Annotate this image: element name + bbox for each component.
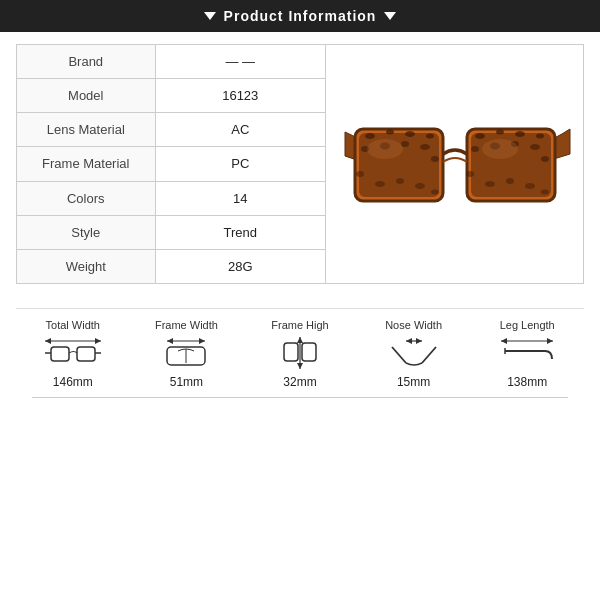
svg-point-16 [415, 183, 425, 189]
frame-high-label: Frame High [271, 319, 328, 331]
measure-leg-length: Leg Length 138mm [487, 319, 567, 389]
svg-marker-56 [547, 338, 553, 344]
table-row: Weight28G [17, 249, 326, 283]
svg-rect-50 [302, 343, 316, 361]
product-info-header: Product Information [0, 0, 600, 32]
table-row: Frame MaterialPC [17, 147, 326, 181]
table-row: Colors14 [17, 181, 326, 215]
measure-frame-high: Frame High 32mm [260, 319, 340, 389]
table-cell-value: — — [155, 45, 325, 79]
table-cell-label: Colors [17, 181, 156, 215]
triangle-left-icon [204, 12, 216, 20]
measure-total-width: Total Width 146mm [33, 319, 113, 389]
svg-point-5 [386, 130, 394, 135]
table-row: StyleTrend [17, 215, 326, 249]
svg-rect-37 [51, 347, 69, 361]
table-cell-label: Brand [17, 45, 156, 79]
table-cell-value: 28G [155, 249, 325, 283]
svg-marker-43 [199, 338, 205, 344]
frame-width-label: Frame Width [155, 319, 218, 331]
page-wrapper: Product Information Brand— —Model16123Le… [0, 0, 600, 600]
svg-point-21 [536, 134, 544, 139]
table-row: Lens MaterialAC [17, 113, 326, 147]
svg-marker-35 [45, 338, 51, 344]
svg-marker-42 [167, 338, 173, 344]
measure-frame-width: Frame Width 51mm [146, 319, 226, 389]
total-width-icon [43, 335, 103, 371]
svg-rect-1 [359, 133, 439, 197]
table-row: Brand— — [17, 45, 326, 79]
svg-point-22 [471, 146, 479, 152]
main-content: Brand— —Model16123Lens MaterialACFrame M… [0, 32, 600, 600]
svg-marker-36 [95, 338, 101, 344]
table-cell-value: Trend [155, 215, 325, 249]
svg-point-19 [496, 130, 504, 135]
table-cell-value: 14 [155, 181, 325, 215]
table-cell-label: Model [17, 79, 156, 113]
leg-length-value: 138mm [507, 375, 547, 389]
leg-length-label: Leg Length [500, 319, 555, 331]
svg-point-15 [396, 178, 404, 184]
bottom-border [32, 397, 568, 398]
svg-point-33 [482, 139, 518, 159]
product-image-container [326, 44, 584, 284]
frame-width-value: 51mm [170, 375, 203, 389]
product-image [335, 74, 575, 254]
frame-high-icon [270, 335, 330, 371]
nose-width-label: Nose Width [385, 319, 442, 331]
svg-point-30 [525, 183, 535, 189]
svg-point-12 [431, 156, 439, 162]
svg-marker-48 [297, 363, 303, 369]
svg-point-14 [375, 181, 385, 187]
table-cell-value: AC [155, 113, 325, 147]
svg-point-11 [420, 144, 430, 150]
nose-width-value: 15mm [397, 375, 430, 389]
total-width-value: 146mm [53, 375, 93, 389]
svg-rect-38 [77, 347, 95, 361]
svg-point-25 [530, 144, 540, 150]
measurements-section: Total Width 146mm Frame Width [16, 308, 584, 397]
svg-point-18 [475, 133, 485, 139]
svg-point-31 [541, 190, 549, 195]
triangle-right-icon [384, 12, 396, 20]
total-width-label: Total Width [46, 319, 100, 331]
svg-point-6 [405, 131, 415, 137]
product-info-table: Brand— —Model16123Lens MaterialACFrame M… [16, 44, 326, 284]
svg-marker-47 [297, 337, 303, 343]
table-cell-value: PC [155, 147, 325, 181]
measure-nose-width: Nose Width 15mm [374, 319, 454, 389]
table-cell-label: Frame Material [17, 147, 156, 181]
svg-point-17 [431, 190, 439, 195]
table-cell-value: 16123 [155, 79, 325, 113]
svg-marker-53 [416, 338, 422, 344]
table-cell-label: Weight [17, 249, 156, 283]
svg-point-26 [541, 156, 549, 162]
svg-point-27 [466, 171, 474, 177]
header-title: Product Information [224, 8, 377, 24]
svg-point-28 [485, 181, 495, 187]
svg-marker-55 [501, 338, 507, 344]
table-cell-label: Style [17, 215, 156, 249]
top-section: Brand— —Model16123Lens MaterialACFrame M… [16, 44, 584, 284]
leg-length-icon [497, 335, 557, 371]
svg-marker-52 [406, 338, 412, 344]
svg-point-20 [515, 131, 525, 137]
svg-point-13 [356, 171, 364, 177]
nose-width-icon [384, 335, 444, 371]
table-cell-label: Lens Material [17, 113, 156, 147]
svg-rect-49 [284, 343, 298, 361]
svg-point-32 [367, 139, 403, 159]
svg-point-29 [506, 178, 514, 184]
frame-width-icon [156, 335, 216, 371]
frame-high-value: 32mm [283, 375, 316, 389]
table-row: Model16123 [17, 79, 326, 113]
svg-point-4 [365, 133, 375, 139]
svg-point-7 [426, 134, 434, 139]
